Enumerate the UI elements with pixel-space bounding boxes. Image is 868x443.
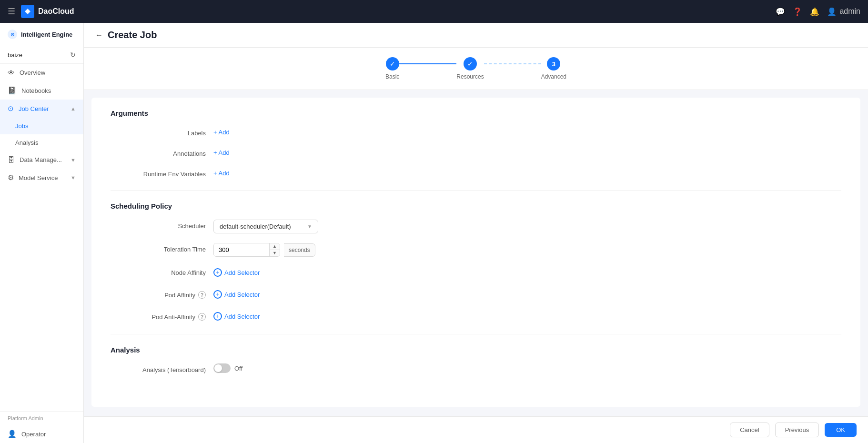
step-resources-icon: ✓ — [464, 57, 477, 70]
step-advanced: 3 Advanced — [541, 57, 566, 80]
data-manage-chevron: ▼ — [71, 157, 76, 163]
annotations-label: Annotations — [111, 147, 206, 157]
scheduler-label: Scheduler — [111, 220, 206, 230]
sidebar-item-operator[interactable]: 👤 Operator — [0, 425, 83, 443]
number-spinners: ▲ ▼ — [269, 243, 280, 256]
sidebar-item-notebooks[interactable]: 📓 Notebooks — [0, 81, 83, 100]
namespace-selector[interactable]: baize ↻ — [0, 46, 83, 64]
section-divider-2 — [111, 334, 841, 334]
step-resources-label: Resources — [456, 73, 484, 80]
node-affinity-label: Node Affinity — [111, 266, 206, 276]
labels-row: Labels + Add — [111, 127, 841, 138]
sidebar-item-model-service[interactable]: ⚙ Model Service ▼ — [0, 169, 83, 187]
user-menu[interactable]: 👤 admin — [827, 7, 860, 16]
node-affinity-plus-icon: + — [213, 268, 222, 277]
pod-affinity-add-button[interactable]: + Add Selector — [213, 288, 260, 301]
app-logo: DaoCloud — [21, 5, 74, 18]
back-button[interactable]: ← — [95, 31, 103, 40]
engine-icon: ⊙ — [8, 30, 17, 39]
step-basic: ✓ Basic — [385, 57, 399, 80]
toggle-knob — [214, 364, 222, 372]
step-line-1 — [399, 63, 456, 64]
main-content: ← Create Job ✓ Basic ✓ Resources 3 Advan… — [84, 23, 868, 443]
pod-anti-affinity-row: Pod Anti-Affinity ? + Add Selector — [111, 310, 841, 322]
pod-affinity-help-icon[interactable]: ? — [198, 291, 206, 299]
node-affinity-add-button[interactable]: + Add Selector — [213, 266, 260, 279]
previous-button[interactable]: Previous — [775, 423, 819, 437]
ok-button[interactable]: OK — [825, 423, 857, 437]
overview-icon: 👁 — [8, 69, 15, 77]
user-avatar-icon: 👤 — [827, 7, 837, 16]
stepper: ✓ Basic ✓ Resources 3 Advanced — [84, 48, 868, 90]
analysis-section-title: Analysis — [111, 346, 841, 354]
form-area: Arguments Labels + Add Annotations + Add… — [91, 98, 860, 407]
svg-point-1 — [26, 10, 29, 13]
job-center-icon: ⊙ — [8, 104, 14, 113]
toleration-time-input[interactable] — [214, 243, 269, 256]
runtime-env-add-button[interactable]: + Add — [213, 168, 230, 179]
cancel-button[interactable]: Cancel — [730, 423, 769, 437]
scheduler-chevron-icon: ▼ — [307, 224, 312, 229]
message-icon[interactable]: 💬 — [776, 7, 785, 16]
page-title: Create Job — [108, 30, 157, 40]
hamburger-icon[interactable]: ☰ — [8, 6, 15, 17]
sidebar-item-analysis[interactable]: Analysis — [0, 134, 83, 151]
scheduler-select[interactable]: default-scheduler(Default) ▼ — [213, 220, 318, 233]
scheduler-row: Scheduler default-scheduler(Default) ▼ — [111, 220, 841, 233]
toleration-time-input-wrapper: ▲ ▼ — [213, 243, 280, 257]
pod-affinity-row: Pod Affinity ? + Add Selector — [111, 288, 841, 301]
sidebar: ⊙ Intelligent Engine baize ↻ 👁 Overview … — [0, 23, 84, 443]
refresh-icon[interactable]: ↻ — [70, 51, 76, 59]
tensorboard-toggle-label: Off — [234, 365, 242, 372]
node-affinity-row: Node Affinity + Add Selector — [111, 266, 841, 279]
notification-icon[interactable]: 🔔 — [810, 7, 819, 16]
tensorboard-label: Analysis (Tensorboard) — [111, 363, 206, 373]
pod-anti-affinity-add-button[interactable]: + Add Selector — [213, 310, 260, 322]
data-manage-icon: 🗄 — [8, 156, 15, 164]
spinner-down-button[interactable]: ▼ — [270, 250, 280, 256]
job-center-chevron: ▲ — [71, 106, 76, 111]
toleration-time-row: Toleration Time ▲ ▼ seconds — [111, 243, 841, 257]
runtime-env-label: Runtime Env Variables — [111, 168, 206, 178]
pod-anti-affinity-plus-icon: + — [213, 312, 222, 321]
tensorboard-toggle[interactable] — [213, 363, 231, 373]
platform-admin-label: Platform Admin — [0, 412, 83, 425]
spinner-up-button[interactable]: ▲ — [270, 243, 280, 250]
scheduling-section-title: Scheduling Policy — [111, 202, 841, 210]
page-header: ← Create Job — [84, 23, 868, 48]
model-service-chevron: ▼ — [71, 175, 76, 181]
help-icon[interactable]: ❓ — [793, 7, 802, 16]
toleration-unit: seconds — [284, 243, 315, 257]
notebooks-icon: 📓 — [8, 86, 17, 95]
tensorboard-toggle-wrapper: Off — [213, 363, 242, 373]
pod-affinity-label: Pod Affinity ? — [111, 288, 206, 299]
sidebar-item-overview[interactable]: 👁 Overview — [0, 64, 83, 81]
top-nav: ☰ DaoCloud 💬 ❓ 🔔 👤 admin — [0, 0, 868, 23]
sidebar-item-jobs[interactable]: Jobs — [0, 118, 83, 134]
footer: Cancel Previous OK — [84, 416, 868, 443]
labels-label: Labels — [111, 127, 206, 137]
sidebar-item-job-center[interactable]: ⊙ Job Center ▲ — [0, 100, 83, 118]
operator-icon: 👤 — [8, 430, 17, 438]
section-divider-1 — [111, 190, 841, 191]
sidebar-engine: ⊙ Intelligent Engine — [0, 23, 83, 46]
model-service-icon: ⚙ — [8, 173, 14, 182]
tensorboard-row: Analysis (Tensorboard) Off — [111, 363, 841, 373]
step-resources: ✓ Resources — [456, 57, 484, 80]
pod-affinity-plus-icon: + — [213, 290, 222, 299]
pod-anti-affinity-help-icon[interactable]: ? — [198, 313, 206, 321]
step-basic-label: Basic — [385, 73, 399, 80]
step-advanced-label: Advanced — [541, 73, 566, 80]
annotations-add-button[interactable]: + Add — [213, 147, 230, 158]
runtime-env-row: Runtime Env Variables + Add — [111, 168, 841, 179]
arguments-section-title: Arguments — [111, 109, 841, 117]
step-advanced-icon: 3 — [547, 57, 560, 70]
toleration-time-label: Toleration Time — [111, 243, 206, 253]
annotations-row: Annotations + Add — [111, 147, 841, 158]
pod-anti-affinity-label: Pod Anti-Affinity ? — [111, 310, 206, 321]
sidebar-item-data-manage[interactable]: 🗄 Data Manage... ▼ — [0, 151, 83, 169]
step-basic-icon: ✓ — [386, 57, 399, 70]
labels-add-button[interactable]: + Add — [213, 127, 230, 138]
step-line-2 — [484, 63, 541, 64]
